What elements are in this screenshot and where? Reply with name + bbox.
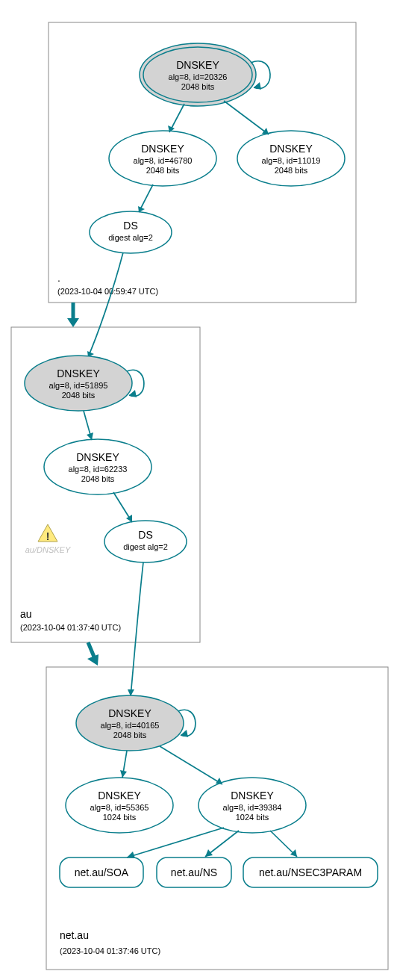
node-rr-ns[interactable]: net.au/NS xyxy=(157,858,231,887)
svg-marker-39 xyxy=(126,515,132,522)
svg-text:2048 bits: 2048 bits xyxy=(181,82,215,91)
svg-text:DNSKEY: DNSKEY xyxy=(76,451,119,463)
zone-au-label: au xyxy=(20,608,32,620)
edge-auds-netauksk xyxy=(131,562,143,696)
node-au-zsk[interactable]: DNSKEY alg=8, id=62233 2048 bits xyxy=(44,439,151,494)
svg-text:digest alg=2: digest alg=2 xyxy=(108,233,153,242)
node-root-ksk[interactable]: DNSKEY alg=8, id=20326 2048 bits xyxy=(140,43,256,106)
node-au-ksk[interactable]: DNSKEY alg=8, id=51895 2048 bits xyxy=(25,356,132,411)
svg-text:DNSKEY: DNSKEY xyxy=(108,707,151,719)
svg-text:net.au/NS: net.au/NS xyxy=(171,866,217,878)
node-netau-ksk[interactable]: DNSKEY alg=8, id=40165 2048 bits xyxy=(76,695,184,751)
edge-rootds-auksk xyxy=(88,252,123,357)
svg-text:alg=8, id=51895: alg=8, id=51895 xyxy=(49,381,108,390)
svg-text:DS: DS xyxy=(123,220,137,232)
svg-text:DS: DS xyxy=(138,529,152,541)
zone-au-ts: (2023-10-04 01:37:40 UTC) xyxy=(20,623,121,632)
svg-marker-65 xyxy=(205,849,213,857)
svg-text:alg=8, id=11019: alg=8, id=11019 xyxy=(262,156,321,165)
svg-text:2048 bits: 2048 bits xyxy=(146,166,180,175)
svg-text:net.au/NSEC3PARAM: net.au/NSEC3PARAM xyxy=(259,866,362,878)
edge-rootksk-zsk2 xyxy=(224,101,269,134)
svg-text:DNSKEY: DNSKEY xyxy=(231,790,274,801)
svg-text:alg=8, id=39384: alg=8, id=39384 xyxy=(223,803,282,812)
zone-root-label: . xyxy=(57,272,60,284)
svg-text:alg=8, id=55365: alg=8, id=55365 xyxy=(90,803,149,812)
svg-text:2048 bits: 2048 bits xyxy=(81,474,115,483)
svg-text:DNSKEY: DNSKEY xyxy=(57,368,100,379)
warning-icon[interactable]: ! xyxy=(38,524,57,542)
node-rr-soa[interactable]: net.au/SOA xyxy=(60,858,143,887)
svg-text:DNSKEY: DNSKEY xyxy=(141,143,184,155)
zone-netau-label: net.au xyxy=(60,929,89,941)
svg-text:1024 bits: 1024 bits xyxy=(236,813,269,822)
svg-text:alg=8, id=40165: alg=8, id=40165 xyxy=(101,721,160,730)
svg-text:2048 bits: 2048 bits xyxy=(113,731,147,739)
svg-text:DNSKEY: DNSKEY xyxy=(176,59,219,71)
svg-point-36 xyxy=(104,521,187,562)
svg-text:2048 bits: 2048 bits xyxy=(275,166,308,175)
svg-text:net.au/SOA: net.au/SOA xyxy=(75,866,129,878)
svg-point-17 xyxy=(90,211,172,253)
svg-text:alg=8, id=62233: alg=8, id=62233 xyxy=(69,465,128,474)
svg-text:!: ! xyxy=(46,530,50,542)
svg-text:alg=8, id=46780: alg=8, id=46780 xyxy=(134,156,193,165)
svg-marker-56 xyxy=(120,770,127,778)
zone-netau-ts: (2023-10-04 01:37:46 UTC) xyxy=(60,946,160,955)
node-au-ds[interactable]: DS digest alg=2 xyxy=(104,521,187,562)
node-root-zsk2[interactable]: DNSKEY alg=8, id=11019 2048 bits xyxy=(237,131,345,186)
svg-text:1024 bits: 1024 bits xyxy=(103,813,137,822)
node-netau-zsk2[interactable]: DNSKEY alg=8, id=39384 1024 bits xyxy=(198,778,306,833)
svg-marker-64 xyxy=(127,852,135,858)
node-rr-nsec3param[interactable]: net.au/NSEC3PARAM xyxy=(243,858,378,887)
svg-marker-22 xyxy=(67,318,79,327)
zone-root-ts: (2023-10-04 00:59:47 UTC) xyxy=(57,287,158,296)
svg-text:digest alg=2: digest alg=2 xyxy=(123,542,168,551)
svg-text:alg=8, id=20326: alg=8, id=20326 xyxy=(169,72,228,81)
svg-marker-6 xyxy=(254,82,261,90)
svg-text:DNSKEY: DNSKEY xyxy=(98,790,141,801)
node-root-zsk1[interactable]: DNSKEY alg=8, id=46780 2048 bits xyxy=(109,131,216,186)
svg-text:2048 bits: 2048 bits xyxy=(62,391,96,400)
svg-text:DNSKEY: DNSKEY xyxy=(269,143,313,155)
node-netau-zsk1[interactable]: DNSKEY alg=8, id=55365 1024 bits xyxy=(66,778,173,833)
warning-label: au/DNSKEY xyxy=(25,545,71,554)
node-root-ds[interactable]: DS digest alg=2 xyxy=(90,211,172,253)
edge-netauksk-zsk2 xyxy=(160,746,222,784)
svg-marker-16 xyxy=(262,128,269,134)
